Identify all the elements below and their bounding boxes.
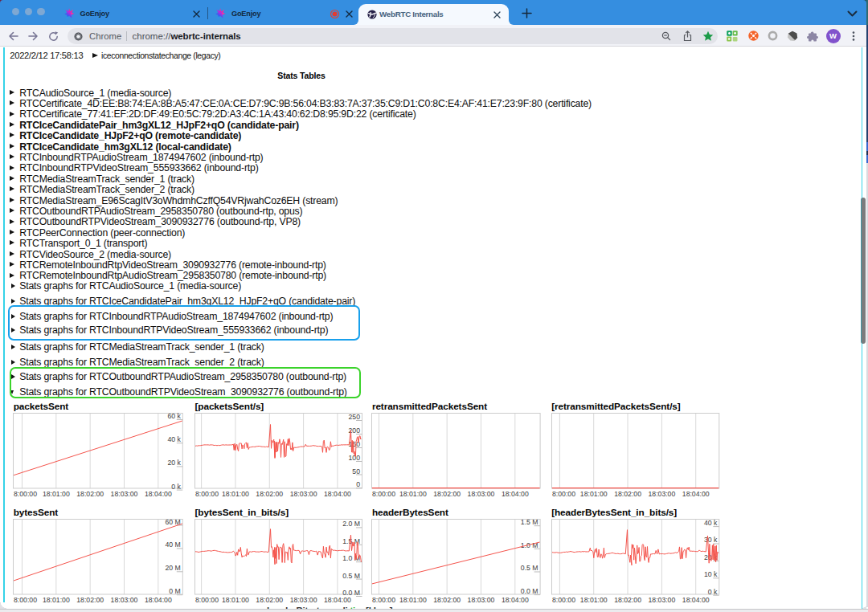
svg-text:18:02:00: 18:02:00 xyxy=(434,490,461,498)
svg-text:8:00:00: 8:00:00 xyxy=(14,596,37,604)
svg-text:18:01:00: 18:01:00 xyxy=(222,490,249,498)
svg-text:30 k: 30 k xyxy=(704,537,718,545)
svg-text:18:01:00: 18:01:00 xyxy=(580,596,608,604)
svg-text:18:03:00: 18:03:00 xyxy=(648,596,675,604)
svg-text:18:04:00: 18:04:00 xyxy=(682,596,709,604)
svg-text:18:04:00: 18:04:00 xyxy=(324,596,351,604)
svg-text:1.0 M: 1.0 M xyxy=(342,554,360,562)
svg-text:8:00:00: 8:00:00 xyxy=(372,490,395,498)
svg-text:8:00:00: 8:00:00 xyxy=(195,596,219,604)
svg-text:18:04:00: 18:04:00 xyxy=(502,596,529,604)
svg-text:18:02:00: 18:02:00 xyxy=(614,596,641,604)
svg-text:18:04:00: 18:04:00 xyxy=(682,490,709,498)
svg-text:18:04:00: 18:04:00 xyxy=(324,490,351,498)
svg-text:100: 100 xyxy=(349,454,361,462)
svg-text:18:01:00: 18:01:00 xyxy=(399,596,427,604)
svg-text:40 M: 40 M xyxy=(166,541,181,549)
svg-text:18:02:00: 18:02:00 xyxy=(256,490,283,498)
svg-text:1.0 M: 1.0 M xyxy=(521,541,538,549)
svg-text:8:00:00: 8:00:00 xyxy=(552,596,575,604)
svg-text:18:04:00: 18:04:00 xyxy=(145,490,172,498)
svg-text:18:03:00: 18:03:00 xyxy=(111,490,138,498)
svg-text:0.5 M: 0.5 M xyxy=(342,572,360,580)
svg-text:20 M: 20 M xyxy=(166,564,181,572)
svg-text:8:00:00: 8:00:00 xyxy=(372,596,395,604)
svg-text:40 k: 40 k xyxy=(704,519,718,527)
svg-text:18:02:00: 18:02:00 xyxy=(434,596,461,604)
svg-text:20 k: 20 k xyxy=(168,459,182,467)
svg-text:18:01:00: 18:01:00 xyxy=(43,490,70,498)
svg-text:18:01:00: 18:01:00 xyxy=(399,490,427,498)
svg-text:18:01:00: 18:01:00 xyxy=(580,490,608,498)
svg-text:18:02:00: 18:02:00 xyxy=(76,596,104,604)
svg-text:18:03:00: 18:03:00 xyxy=(111,596,138,604)
svg-text:8:00:00: 8:00:00 xyxy=(14,490,37,498)
svg-text:60 k: 60 k xyxy=(168,413,182,420)
svg-text:0 k: 0 k xyxy=(171,483,181,491)
svg-text:18:03:00: 18:03:00 xyxy=(648,490,675,498)
svg-text:18:02:00: 18:02:00 xyxy=(76,490,104,498)
svg-text:2.0 M: 2.0 M xyxy=(342,520,360,528)
svg-text:18:02:00: 18:02:00 xyxy=(256,596,283,604)
svg-text:0 M: 0 M xyxy=(170,587,181,595)
svg-text:8:00:00: 8:00:00 xyxy=(195,490,219,498)
svg-text:18:03:00: 18:03:00 xyxy=(290,596,317,604)
svg-text:0.5 M: 0.5 M xyxy=(521,564,538,572)
svg-text:1.5 M: 1.5 M xyxy=(521,519,538,526)
svg-text:18:04:00: 18:04:00 xyxy=(145,596,172,604)
svg-text:18:01:00: 18:01:00 xyxy=(222,596,249,604)
svg-text:18:04:00: 18:04:00 xyxy=(502,490,529,498)
svg-text:40 k: 40 k xyxy=(168,435,182,443)
svg-text:8:00:00: 8:00:00 xyxy=(552,490,575,498)
svg-text:18:02:00: 18:02:00 xyxy=(614,490,641,498)
svg-text:50: 50 xyxy=(352,467,360,475)
svg-text:18:03:00: 18:03:00 xyxy=(468,596,495,604)
svg-text:18:03:00: 18:03:00 xyxy=(290,490,317,498)
svg-text:18:03:00: 18:03:00 xyxy=(468,490,495,498)
svg-text:0: 0 xyxy=(356,480,360,488)
svg-text:10 k: 10 k xyxy=(704,570,718,578)
svg-text:18:01:00: 18:01:00 xyxy=(43,596,70,604)
svg-text:0 k: 0 k xyxy=(707,588,717,596)
svg-text:250: 250 xyxy=(349,413,361,421)
svg-text:0.0 M: 0.0 M xyxy=(521,587,538,595)
